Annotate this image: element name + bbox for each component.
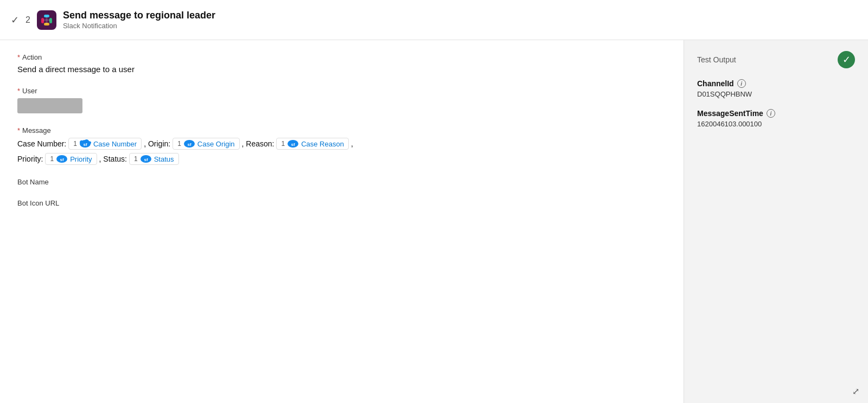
reason-prefix: , Reason: [242, 139, 275, 148]
case-reason-token[interactable]: 1 sf Case Reason [276, 138, 348, 150]
case-number-step: 1 [73, 140, 77, 148]
header-text: Send message to regional leader Slack No… [63, 10, 215, 30]
salesforce-cloud-icon: sf [79, 139, 91, 148]
case-origin-label: Case Origin [197, 140, 235, 148]
required-star: * [17, 53, 20, 61]
origin-prefix: , Origin: [144, 139, 170, 148]
step-subtitle: Slack Notification [63, 22, 215, 30]
step-number: 2 [25, 15, 30, 25]
case-reason-label: Case Reason [301, 140, 344, 148]
message-field-group: *Message Case Number: 1 sf Case Number , [17, 126, 666, 165]
message-sent-time-field: MessageSentTime i 1620046103.000100 [697, 109, 855, 128]
message-content: Case Number: 1 sf Case Number , Origin: … [17, 138, 666, 150]
left-panel: *Action Send a direct message to a user … [0, 40, 684, 403]
case-number-token[interactable]: 1 sf Case Number [68, 138, 142, 150]
status-step: 1 [134, 155, 138, 163]
step-header: ✓ 2 Send message to regional leader Slac… [0, 0, 868, 40]
case-number-prefix: Case Number: [17, 139, 66, 148]
user-field-group: *User [17, 87, 666, 113]
channel-id-info-icon[interactable]: i [737, 79, 746, 88]
action-field-group: *Action Send a direct message to a user [17, 53, 666, 74]
step-title: Send message to regional leader [63, 10, 215, 22]
salesforce-cloud-icon-4: sf [56, 155, 68, 163]
comma1: , [351, 139, 353, 148]
salesforce-cloud-icon-2: sf [183, 139, 195, 148]
message-sent-time-info-icon[interactable]: i [767, 109, 775, 118]
bot-name-label: Bot Name [17, 178, 666, 186]
status-label: Status [154, 155, 174, 163]
svg-text:sf: sf [60, 157, 64, 162]
case-origin-step: 1 [177, 140, 181, 148]
svg-rect-7 [46, 16, 47, 24]
svg-text:sf: sf [144, 157, 148, 162]
check-mark: ✓ [843, 54, 851, 66]
priority-step: 1 [50, 155, 54, 163]
user-input[interactable] [17, 98, 82, 113]
slack-icon [37, 10, 56, 30]
message-sent-time-value: 1620046103.000100 [697, 120, 855, 128]
salesforce-cloud-icon-3: sf [287, 139, 299, 148]
status-prefix: , Status: [99, 155, 127, 163]
right-panel: Test Output ✓ ChannelId i D01SQQPHBNW Me… [684, 40, 868, 403]
test-output-header: Test Output ✓ [697, 51, 855, 68]
required-star-message: * [17, 126, 20, 135]
channel-id-label: ChannelId i [697, 79, 855, 88]
main-layout: *Action Send a direct message to a user … [0, 40, 868, 403]
required-star-user: * [17, 87, 20, 95]
user-label: *User [17, 87, 666, 95]
bot-name-field-group: Bot Name [17, 178, 666, 186]
bot-icon-field-group: Bot Icon URL [17, 199, 666, 207]
message-content-line2: Priority: 1 sf Priority , Status: 1 sf [17, 153, 666, 165]
bot-icon-label: Bot Icon URL [17, 199, 666, 207]
case-reason-step: 1 [281, 140, 285, 148]
priority-label: Priority [70, 155, 92, 163]
case-number-label: Case Number [93, 140, 137, 148]
priority-prefix: Priority: [17, 155, 43, 163]
case-origin-token[interactable]: 1 sf Case Origin [173, 138, 239, 150]
svg-text:sf: sf [291, 142, 295, 147]
svg-text:sf: sf [83, 142, 87, 147]
expand-icon[interactable]: ⤢ [852, 386, 859, 396]
message-label: *Message [17, 126, 666, 135]
check-icon[interactable]: ✓ [11, 14, 19, 26]
success-icon: ✓ [838, 51, 855, 68]
action-label: *Action [17, 53, 666, 61]
priority-token[interactable]: 1 sf Priority [45, 153, 97, 165]
status-token[interactable]: 1 sf Status [129, 153, 179, 165]
message-sent-time-label: MessageSentTime i [697, 109, 855, 118]
svg-text:sf: sf [187, 142, 191, 147]
action-value: Send a direct message to a user [17, 65, 666, 74]
test-output-title: Test Output [697, 55, 736, 64]
channel-id-field: ChannelId i D01SQQPHBNW [697, 79, 855, 98]
channel-id-value: D01SQQPHBNW [697, 90, 855, 98]
salesforce-cloud-icon-5: sf [140, 155, 152, 163]
